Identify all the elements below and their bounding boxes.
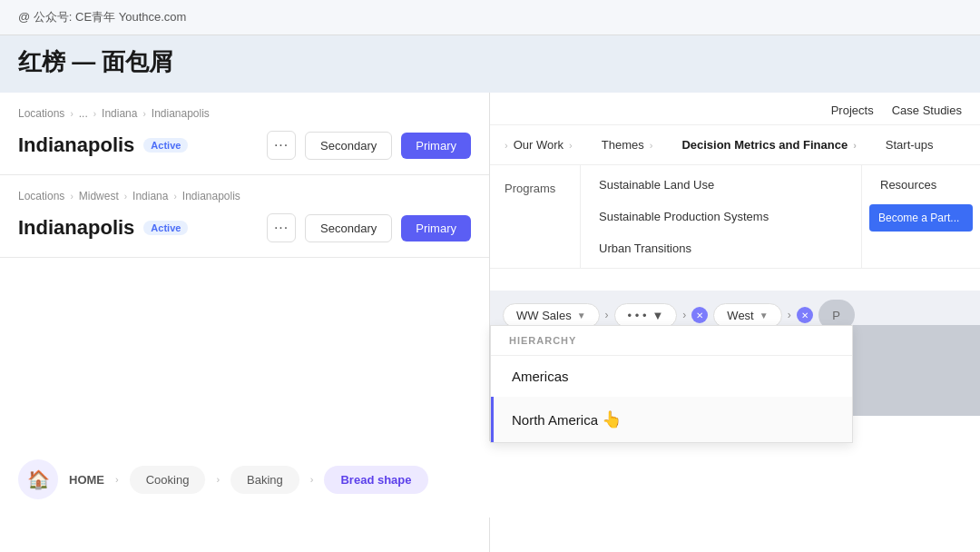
location-name-2: Indianapolis: [18, 216, 134, 240]
our-work-chevron-left: ›: [505, 140, 508, 151]
bc2-midwest[interactable]: Midwest: [79, 190, 119, 202]
main-content: Locations › ... › Indiana › Indianapolis…: [0, 93, 980, 552]
our-work-label: Our Work: [514, 138, 564, 152]
breadcrumb-card-1: Locations › ... › Indiana › Indianapolis…: [0, 93, 489, 175]
bc1-indianapolis[interactable]: Indianapolis: [152, 107, 210, 120]
ww-chevron-3: ›: [788, 309, 791, 321]
bc1-chevron-2: ›: [93, 109, 96, 119]
home-icon-wrap: 🏠: [18, 459, 58, 499]
startups-label: Start-ups: [886, 138, 934, 152]
home-icon: 🏠: [27, 468, 50, 490]
top-nav: Projects Case Studies: [490, 93, 980, 125]
hierarchy-americas[interactable]: Americas: [491, 356, 852, 397]
badge-active-1: Active: [143, 138, 188, 153]
bc2-indianapolis[interactable]: Indianapolis: [182, 190, 240, 202]
projects-link[interactable]: Projects: [831, 104, 874, 117]
secondary-btn-2[interactable]: Secondary: [305, 214, 392, 242]
secondary-btn-1[interactable]: Secondary: [305, 132, 392, 160]
nav-menu-bar: › Our Work › Themes › Decision Metrics a…: [490, 125, 980, 165]
breadcrumb-nav-2: Locations › Midwest › Indiana › Indianap…: [18, 190, 471, 202]
gray-overlay: [853, 325, 980, 416]
resources-col: Resources Become a Part...: [862, 165, 980, 268]
breadcrumb-row-1: Indianapolis Active ··· Secondary Primar…: [18, 131, 471, 160]
hierarchy-dropdown: HIERARCHY Americas North America 👆: [490, 325, 853, 443]
bc1-indiana[interactable]: Indiana: [102, 107, 137, 120]
programs-col: Programs: [490, 165, 581, 268]
home-arrow-3: ›: [310, 474, 314, 485]
home-breadcrumb-section: 🏠 HOME › Cooking › Baking › Bread shape: [0, 441, 490, 518]
decision-metrics-label: Decision Metrics and Finance: [681, 138, 848, 152]
bread-shape-pill[interactable]: Bread shape: [324, 466, 427, 494]
themes-label: Themes: [602, 138, 644, 152]
baking-pill[interactable]: Baking: [230, 466, 299, 494]
ww-sales-label: WW Sales: [516, 309, 572, 322]
hierarchy-north-america[interactable]: North America 👆: [491, 397, 852, 442]
ww-x-btn-2[interactable]: ✕: [797, 307, 813, 323]
primary-btn-1[interactable]: Primary: [401, 133, 471, 159]
bc2-indiana[interactable]: Indiana: [132, 190, 168, 202]
sustainable-production-item[interactable]: Sustainable Production Systems: [581, 201, 861, 232]
our-work-chevron-right: ›: [569, 140, 573, 151]
ww-chevron-2: ›: [682, 309, 686, 321]
ww-sales-pill[interactable]: WW Sales ▼: [503, 303, 600, 328]
bc1-locations[interactable]: Locations: [18, 107, 64, 120]
decision-metrics-menu-item[interactable]: Decision Metrics and Finance ›: [667, 125, 870, 164]
home-arrow-1: ›: [115, 474, 119, 485]
case-studies-link[interactable]: Case Studies: [892, 104, 962, 117]
west-caret: ▼: [760, 310, 769, 320]
bc2-chevron-2: ›: [124, 192, 127, 202]
ww-dots-label: • • •: [628, 309, 647, 322]
west-label: West: [727, 309, 753, 322]
hierarchy-header: HIERARCHY: [491, 326, 852, 356]
sub-items-col: Sustainable Land Use Sustainable Product…: [581, 165, 862, 268]
our-work-menu-item[interactable]: › Our Work ›: [490, 125, 587, 164]
ww-caret-icon: ▼: [577, 310, 586, 320]
cursor-icon: 👆: [602, 409, 622, 429]
home-arrow-2: ›: [216, 474, 220, 485]
cooking-pill[interactable]: Cooking: [130, 466, 206, 494]
ww-chevron-1: ›: [605, 309, 609, 321]
bc2-chevron-3: ›: [173, 192, 176, 202]
sustainable-land-use-item[interactable]: Sustainable Land Use: [581, 169, 861, 201]
startups-menu-item[interactable]: Start-ups: [871, 125, 948, 164]
more-options-btn-1[interactable]: ···: [267, 131, 296, 160]
home-label[interactable]: HOME: [69, 473, 104, 487]
left-panel: Locations › ... › Indiana › Indianapolis…: [0, 93, 490, 552]
breadcrumb-card-2: Locations › Midwest › Indiana › Indianap…: [0, 175, 489, 258]
ww-dots-caret: ▼: [652, 309, 663, 322]
page-title: 红榜 — 面包屑: [0, 35, 980, 93]
bc1-chevron-3: ›: [142, 109, 145, 119]
breadcrumb-nav-1: Locations › ... › Indiana › Indianapolis: [18, 107, 471, 120]
become-partner-btn[interactable]: Become a Part...: [869, 204, 973, 232]
bc2-locations[interactable]: Locations: [18, 190, 64, 202]
west-pill[interactable]: West ▼: [713, 303, 781, 328]
themes-menu-item[interactable]: Themes ›: [587, 125, 668, 164]
location-name-1: Indianapolis: [18, 133, 134, 157]
primary-btn-2[interactable]: Primary: [401, 215, 471, 242]
ww-dots-pill[interactable]: • • • ▼: [614, 303, 678, 328]
ww-x-btn-1[interactable]: ✕: [691, 307, 708, 323]
nav-content-grid: Programs Sustainable Land Use Sustainabl…: [490, 165, 980, 269]
themes-chevron: ›: [650, 140, 653, 151]
top-bar-label: @ 公众号: CE青年 Youthce.com: [18, 10, 186, 24]
badge-active-2: Active: [143, 221, 188, 235]
bc2-chevron-1: ›: [70, 192, 73, 202]
spacer-block: [0, 258, 489, 312]
bc1-dots: ...: [79, 107, 88, 120]
decision-chevron: ›: [853, 140, 857, 151]
more-options-btn-2[interactable]: ···: [267, 213, 296, 242]
urban-transitions-item[interactable]: Urban Transitions: [581, 232, 861, 264]
programs-item[interactable]: Programs: [505, 174, 565, 202]
bc1-chevron-1: ›: [70, 109, 73, 119]
top-bar: @ 公众号: CE青年 Youthce.com: [0, 0, 980, 35]
breadcrumb-row-2: Indianapolis Active ··· Secondary Primar…: [18, 213, 471, 242]
resources-item[interactable]: Resources: [862, 169, 980, 201]
